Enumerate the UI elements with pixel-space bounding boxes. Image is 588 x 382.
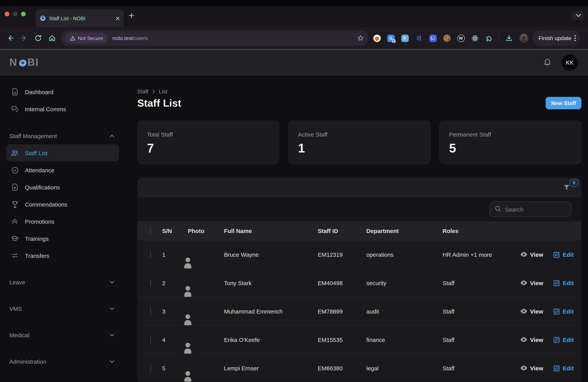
sidebar-item-trainings[interactable]: Trainings — [0, 230, 128, 247]
eye-icon — [520, 337, 527, 342]
address-bar[interactable]: Not Secure nobi.test/users — [61, 30, 369, 46]
warning-icon — [70, 36, 75, 41]
edit-button[interactable]: Edit — [553, 251, 574, 258]
sidebar-item-qualifications[interactable]: Qualifications — [0, 179, 128, 196]
bookmark-star-icon[interactable] — [357, 35, 364, 42]
tab-search-button[interactable] — [572, 11, 585, 20]
document-icon — [11, 88, 19, 96]
row-department: security — [366, 279, 442, 286]
security-chip[interactable]: Not Secure — [65, 33, 108, 43]
stat-card-permanent-staff: Permanent Staff 5 — [440, 121, 582, 164]
sidebar-section-leave[interactable]: Leave — [0, 274, 128, 291]
edit-pencil-icon — [553, 336, 560, 343]
extension-wordmark-icon[interactable]: W — [455, 32, 467, 44]
sidebar-item-staff-list[interactable]: Staff List — [6, 144, 119, 161]
security-label: Not Secure — [78, 35, 103, 41]
staff-table-card: 0 S/N Photo Full Name Staff ID — [137, 178, 582, 382]
view-button[interactable]: View — [520, 365, 543, 371]
table-row: 2 Tony Stark EM40498 security Staff View… — [137, 268, 582, 297]
sidebar-item-attendance[interactable]: Attendance — [0, 161, 128, 179]
search-input[interactable] — [505, 206, 567, 212]
user-avatar[interactable]: KK — [562, 54, 578, 71]
finish-update-button[interactable]: Finish update — [532, 30, 580, 46]
check-circle-icon — [11, 166, 19, 174]
browser-toolbar: Not Secure nobi.test/users G文 F LI W — [0, 27, 588, 49]
filter-count-badge: 0 — [570, 179, 578, 187]
edit-button[interactable]: Edit — [553, 308, 574, 315]
extension-translate-icon[interactable]: G文 — [385, 32, 397, 44]
view-button[interactable]: View — [520, 308, 543, 315]
tab-title: Staff List - NOBI — [49, 15, 112, 21]
reload-icon[interactable] — [31, 31, 45, 45]
eye-icon — [520, 365, 527, 371]
edit-button[interactable]: Edit — [553, 336, 574, 343]
column-staff-id: Staff ID — [318, 227, 366, 234]
filter-funnel-icon[interactable] — [563, 184, 571, 193]
chevrons-up-icon — [11, 217, 19, 225]
stat-card-total-staff: Total Staff 7 — [137, 121, 279, 164]
extension-li-icon[interactable]: LI — [427, 32, 439, 44]
edit-button[interactable]: Edit — [553, 279, 574, 286]
sidebar: Dashboard Internal Comms Staff Managemen… — [0, 75, 128, 382]
forward-icon[interactable] — [17, 31, 31, 45]
breadcrumb-staff[interactable]: Staff — [137, 88, 148, 95]
view-button[interactable]: View — [520, 251, 543, 258]
extension-signal-icon[interactable] — [413, 32, 425, 44]
row-staff-id: EM12319 — [318, 251, 366, 258]
sidebar-item-internal-comms[interactable]: Internal Comms — [0, 100, 128, 117]
select-all-checkbox[interactable] — [150, 227, 151, 234]
row-full-name: Bruce Wayne — [224, 251, 318, 258]
breadcrumb-list: List — [159, 88, 168, 95]
browser-profile-avatar[interactable] — [519, 33, 528, 43]
sidebar-item-transfers[interactable]: Transfers — [0, 247, 128, 264]
downloads-icon[interactable] — [502, 31, 516, 45]
row-checkbox[interactable] — [150, 364, 151, 372]
new-staff-button[interactable]: New Staff — [546, 97, 582, 109]
new-tab-button[interactable] — [128, 12, 135, 19]
search-box[interactable] — [490, 202, 571, 217]
extensions-puzzle-icon[interactable] — [483, 32, 495, 44]
minimize-window-button[interactable] — [13, 12, 18, 16]
chevron-right-icon — [152, 89, 155, 94]
column-sn: S/N — [162, 227, 188, 234]
extension-cookie-icon[interactable] — [441, 32, 453, 44]
row-sn: 1 — [162, 251, 188, 258]
users-icon — [11, 149, 19, 157]
nobi-logo: N BI — [9, 56, 39, 68]
extension-react-icon[interactable] — [469, 32, 481, 44]
row-checkbox[interactable] — [150, 251, 151, 258]
edit-button[interactable]: Edit — [553, 365, 574, 371]
browser-tab[interactable]: Staff List - NOBI — [36, 9, 124, 27]
zoom-window-button[interactable] — [21, 12, 26, 16]
table-row: 5 Lempi Ernser EM66380 legal Staff View … — [137, 354, 582, 382]
sidebar-item-promotions[interactable]: Promotions — [0, 213, 128, 230]
column-roles: Roles — [442, 227, 520, 234]
sidebar-section-medical[interactable]: Medical — [0, 326, 128, 343]
notifications-bell-icon[interactable] — [543, 58, 551, 67]
row-checkbox[interactable] — [150, 279, 151, 287]
view-button[interactable]: View — [520, 336, 543, 343]
tab-close-icon[interactable] — [116, 16, 120, 21]
back-icon[interactable] — [3, 31, 17, 45]
home-icon[interactable] — [45, 31, 59, 45]
extension-fonts-icon[interactable]: F — [399, 32, 411, 44]
sidebar-section-administration[interactable]: Administration — [0, 353, 128, 370]
sidebar-item-dashboard[interactable]: Dashboard — [0, 83, 128, 100]
extension-recorder-icon[interactable] — [371, 32, 383, 44]
row-department: operations — [366, 251, 442, 258]
sidebar-section-vms[interactable]: VMS — [0, 300, 128, 317]
chat-bubbles-icon — [11, 105, 19, 113]
view-button[interactable]: View — [520, 279, 543, 286]
row-checkbox[interactable] — [150, 336, 151, 343]
graduation-cap-icon — [11, 234, 19, 242]
row-staff-id: EM78899 — [318, 308, 366, 315]
sidebar-item-commendations[interactable]: Commendations — [0, 196, 128, 213]
row-staff-id: EM66380 — [318, 365, 366, 371]
column-department: Department — [366, 227, 442, 234]
row-department: legal — [366, 365, 442, 371]
row-department: finance — [366, 336, 442, 343]
sidebar-section-staff-management[interactable]: Staff Management — [0, 127, 128, 144]
row-sn: 2 — [162, 279, 188, 286]
row-checkbox[interactable] — [150, 308, 151, 315]
close-window-button[interactable] — [5, 12, 9, 16]
